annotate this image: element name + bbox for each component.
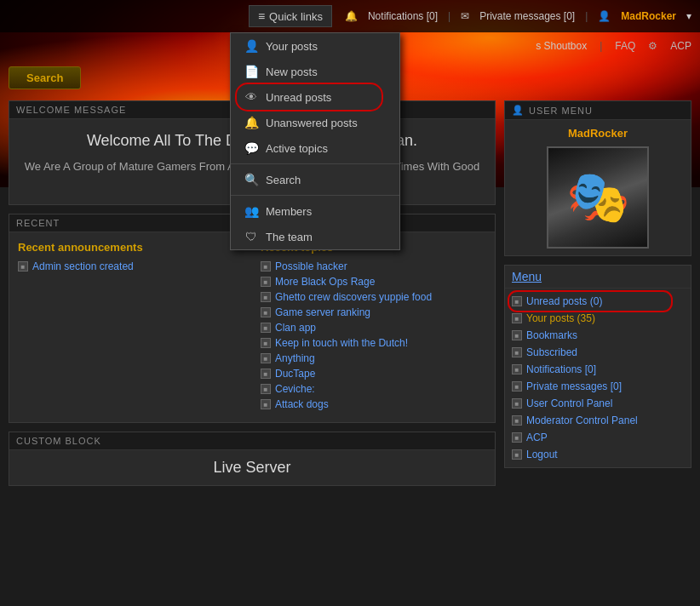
second-nav-links: s Shoutbox | FAQ ⚙ ACP [536,40,691,52]
bullet-icon: ■ [512,398,522,409]
user-menu-title: USER MENU [529,106,593,116]
bell-icon: 🔔 [345,10,358,22]
quick-links-dropdown: 👤 Your posts 📄 New posts 👁 Unread posts … [230,32,400,250]
bullet-icon: ■ [512,296,522,306]
faq-link[interactable]: FAQ [615,40,635,52]
active-topics-label: Active topics [266,142,328,155]
menu-item-acp[interactable]: ■ ACP [505,429,691,446]
menu-section-title: Menu [505,266,691,289]
dropdown-the-team[interactable]: 🛡 The team [231,224,399,249]
dropdown-your-posts[interactable]: 👤 Your posts [231,33,399,59]
announcement-item[interactable]: ■ Admin section created [18,260,244,272]
menu-item-private-messages[interactable]: ■ Private messages [0] [505,378,691,395]
bullet-icon: ■ [512,330,522,340]
menu-item-logout[interactable]: ■ Logout [505,446,691,463]
divider1 [231,163,399,164]
menu-item-ucp[interactable]: ■ User Control Panel [505,395,691,412]
search-button[interactable]: Search [9,66,81,89]
live-server-title: Live Server [18,459,486,477]
unanswered-posts-label: Unanswered posts [266,117,358,129]
new-posts-icon: 📄 [244,65,259,78]
quick-links-button[interactable]: ≡ Quick links [249,5,332,27]
logout-menu-label: Logout [526,449,558,460]
notifications-menu-label: Notifications [0] [526,363,596,375]
custom-section: CUSTOM BLOCK Live Server [9,432,496,486]
hamburger-icon: ≡ [258,9,265,23]
top-navigation: ≡ Quick links 🔔 Notifications [0] | ✉ Pr… [0,0,700,32]
bullet-icon: ■ [512,415,522,426]
bookmarks-menu-label: Bookmarks [526,329,577,341]
the-team-label: The team [266,231,313,243]
topic-item-8[interactable]: ■DucTape [261,368,486,380]
menu-item-mcp[interactable]: ■ Moderator Control Panel [505,412,691,429]
topic-item-1[interactable]: ■Possible hacker [261,260,486,272]
dropdown-new-posts[interactable]: 📄 New posts [231,59,399,84]
separator: | [448,10,450,22]
members-label: Members [266,205,312,218]
dropdown-search[interactable]: 🔍 Search [231,167,399,192]
acp-menu-label: ACP [526,432,548,443]
bullet-icon: ■ [261,338,271,348]
bullet-icon: ■ [261,384,271,394]
subscribed-menu-label: Subscribed [526,346,577,358]
eye-icon: 👁 [244,90,259,104]
bullet-icon: ■ [512,432,522,443]
search-label: Search [266,174,301,186]
bullet-icon: ■ [261,277,271,287]
your-posts-menu-label: Your posts (35) [526,312,595,324]
user-name-display: MadRocker [512,127,684,140]
user-menu-section: 👤 USER MENU MadRocker 🎭 [504,100,691,256]
menu-item-subscribed[interactable]: ■ Subscribed [505,344,691,361]
dropdown-arrow: ▾ [686,10,691,22]
acp-link[interactable]: ACP [670,40,691,52]
announcements-col: Recent announcements ■ Admin section cre… [18,241,244,414]
bullet-icon: ■ [261,307,271,317]
dropdown-unread-posts[interactable]: 👁 Unread posts [231,84,399,110]
dropdown-members[interactable]: 👥 Members [231,198,399,224]
topic-item-2[interactable]: ■More Black Ops Rage [261,276,486,288]
unread-posts-menu-label: Unread posts (0) [526,295,602,307]
mcp-menu-label: Moderator Control Panel [526,414,638,426]
menu-item-bookmarks[interactable]: ■ Bookmarks [505,327,691,344]
avatar-figure: 🎭 [566,172,630,223]
topic-item-3[interactable]: ■Ghetto crew discovers yuppie food [261,291,486,303]
announcement-label: Admin section created [32,260,134,272]
quick-links-label: Quick links [269,10,323,23]
announcements-title: Recent announcements [18,241,244,254]
username-link[interactable]: MadRocker [621,10,676,22]
search-icon: 🔍 [244,173,259,186]
private-messages-link[interactable]: Private messages [0] [479,10,575,22]
gear-icon: ⚙ [648,40,657,52]
members-icon: 👥 [244,204,259,218]
nav-links: 🔔 Notifications [0] | ✉ Private messages… [345,10,691,22]
topic-item-10[interactable]: ■Attack dogs [261,398,486,410]
bullet-icon: ■ [512,347,522,357]
shoutbox-link[interactable]: s Shoutbox [536,40,587,52]
menu-item-your-posts[interactable]: ■ Your posts (35) [505,310,691,327]
bell2-icon: 🔔 [244,116,259,129]
custom-content: Live Server [9,450,495,485]
menu-item-unread-posts[interactable]: ■ Unread posts (0) [505,293,691,310]
bullet-icon: ■ [261,323,271,333]
bullet-icon: ■ [512,313,522,323]
notifications-link[interactable]: Notifications [0] [368,10,438,22]
menu-section: Menu ■ Unread posts (0) ■ Your posts (35… [504,265,691,468]
unread-posts-label: Unread posts [266,91,331,104]
topic-item-7[interactable]: ■Anything [261,352,486,364]
sep3: | [600,40,602,52]
new-posts-label: New posts [266,66,318,78]
topic-item-6[interactable]: ■Keep in touch with the Dutch! [261,337,486,349]
menu-item-notifications[interactable]: ■ Notifications [0] [505,361,691,378]
bullet-icon: ■ [261,353,271,363]
menu-items-list: ■ Unread posts (0) ■ Your posts (35) ■ B… [505,289,691,467]
bullet-icon: ■ [512,364,522,374]
topic-item-5[interactable]: ■Clan app [261,322,486,334]
bullet-icon: ■ [512,381,522,392]
custom-header: CUSTOM BLOCK [9,432,495,450]
dropdown-unanswered-posts[interactable]: 🔔 Unanswered posts [231,110,399,135]
dropdown-active-topics[interactable]: 💬 Active topics [231,135,399,161]
shield-icon: 🛡 [244,230,259,243]
your-posts-label: Your posts [266,40,318,53]
topic-item-4[interactable]: ■Game server ranking [261,306,486,318]
topic-item-9[interactable]: ■Ceviche: [261,383,486,395]
